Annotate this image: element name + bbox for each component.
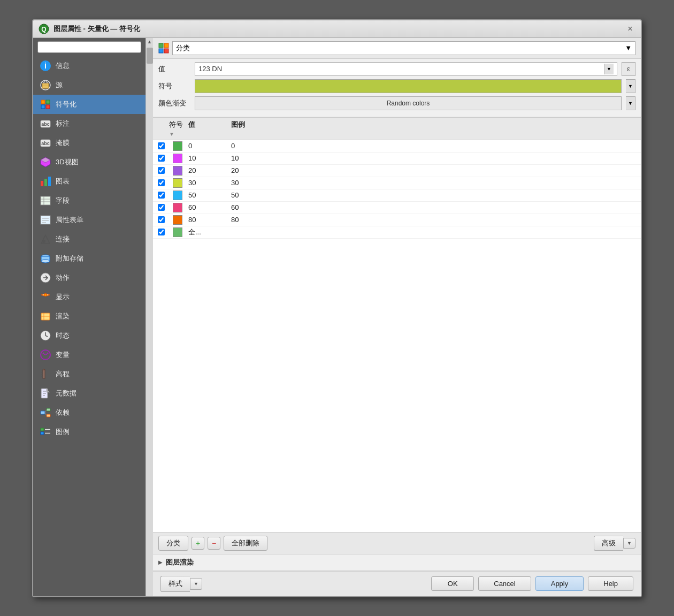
sidebar-item-metadata[interactable]: 元数据: [33, 384, 145, 403]
sidebar-item-labels[interactable]: abc 标注: [33, 114, 145, 133]
add-button[interactable]: +: [192, 537, 204, 550]
row-4-legend: 50: [229, 191, 641, 199]
advanced-button[interactable]: 高级: [594, 536, 623, 551]
row-6-color-swatch[interactable]: [173, 215, 182, 225]
help-button[interactable]: Help: [588, 576, 633, 591]
elevation-icon: [40, 368, 51, 380]
row-5-color[interactable]: [169, 203, 186, 212]
style-button[interactable]: 样式: [160, 576, 190, 592]
svg-rect-24: [41, 216, 50, 224]
labels-icon: abc: [40, 118, 51, 130]
sidebar-item-temporal[interactable]: 时态: [33, 326, 145, 345]
sidebar-item-variables[interactable]: 变量: [33, 345, 145, 364]
sidebar-item-fields[interactable]: 字段: [33, 191, 145, 210]
row-2-color[interactable]: [169, 166, 186, 176]
sidebar-item-dependencies[interactable]: 依赖: [33, 403, 145, 422]
row-7-color[interactable]: [169, 227, 186, 237]
footer-right: OK Cancel Apply Help: [431, 576, 633, 591]
sidebar-item-elevation[interactable]: 高程: [33, 364, 145, 384]
info-icon: i: [40, 60, 51, 72]
sidebar-item-3d-label: 3D视图: [56, 157, 79, 167]
svg-text:abc: abc: [41, 141, 50, 146]
row-3-value: 30: [186, 179, 229, 187]
layer-rendering-section[interactable]: ▶ 图层渲染: [153, 554, 641, 571]
svg-text:Q: Q: [41, 26, 46, 33]
legend-icon: [40, 426, 51, 438]
sidebar-item-joins[interactable]: 连接: [33, 230, 145, 249]
row-3-color[interactable]: [169, 178, 186, 188]
svg-rect-10: [46, 105, 50, 109]
remove-button[interactable]: −: [208, 537, 220, 550]
close-button[interactable]: ×: [625, 24, 635, 34]
scroll-thumb[interactable]: [147, 48, 153, 64]
sidebar-item-metadata-label: 元数据: [56, 389, 76, 398]
row-5-checkbox[interactable]: [153, 204, 169, 211]
row-3-legend: 30: [229, 179, 641, 187]
row-4-color[interactable]: [169, 191, 186, 200]
classification-table: 符号 ▼ 值 图例: [153, 117, 641, 532]
th-value-label: 值: [188, 120, 195, 128]
sidebar-item-display[interactable]: 显示: [33, 287, 145, 307]
row-7-color-swatch[interactable]: [173, 227, 182, 237]
sidebar-item-display-label: 显示: [56, 292, 70, 302]
sidebar-item-temporal-label: 时态: [56, 331, 70, 340]
sidebar-item-source[interactable]: 源: [33, 75, 145, 95]
row-3-color-swatch[interactable]: [173, 178, 182, 188]
delete-all-button[interactable]: 全部删除: [224, 536, 267, 551]
row-0-color-swatch[interactable]: [173, 141, 182, 151]
svg-point-32: [41, 260, 50, 263]
row-1-checkbox[interactable]: [153, 155, 169, 162]
row-6-color[interactable]: [169, 215, 186, 225]
sidebar-item-info[interactable]: i 信息: [33, 56, 145, 75]
row-4-value: 50: [186, 191, 229, 199]
renderer-dropdown[interactable]: 分类 ▼: [172, 41, 635, 55]
row-4-checkbox[interactable]: [153, 192, 169, 199]
row-6-checkbox[interactable]: [153, 216, 169, 223]
value-field-dropdown[interactable]: ▼: [604, 64, 614, 74]
sidebar-item-joins-label: 连接: [56, 234, 70, 244]
row-7-checkbox[interactable]: [153, 229, 169, 235]
row-1-color-swatch[interactable]: [173, 154, 182, 163]
sidebar-item-auxstorage[interactable]: 附加存储: [33, 249, 145, 268]
th-legend-label: 图例: [231, 120, 245, 128]
epsilon-button[interactable]: ε: [622, 62, 635, 76]
svg-marker-45: [43, 369, 45, 370]
svg-rect-19: [48, 177, 51, 186]
sidebar-item-rendering[interactable]: 渲染: [33, 307, 145, 326]
sidebar-item-symbology[interactable]: 符号化: [33, 95, 145, 114]
row-2-color-swatch[interactable]: [173, 166, 182, 176]
row-1-color[interactable]: [169, 154, 186, 163]
colorramp-box[interactable]: Random colors: [195, 96, 622, 110]
advanced-btn-group: 高级 ▼: [594, 536, 635, 551]
row-0-color[interactable]: [169, 141, 186, 151]
sidebar-scrollbar[interactable]: ▲: [145, 38, 153, 596]
apply-button[interactable]: Apply: [535, 576, 584, 591]
symbol-swatch[interactable]: [195, 79, 622, 93]
th-sort-icon[interactable]: ▼: [169, 131, 174, 137]
style-arrow-button[interactable]: ▼: [190, 578, 202, 590]
search-input[interactable]: [37, 41, 141, 53]
colorramp-dropdown[interactable]: ▼: [626, 96, 635, 110]
row-5-color-swatch[interactable]: [173, 203, 182, 212]
renderer-row: 分类 ▼: [153, 38, 641, 59]
sidebar-item-actions[interactable]: 动作: [33, 268, 145, 287]
sidebar-item-charts[interactable]: 图表: [33, 172, 145, 191]
sidebar-item-legend[interactable]: 图例: [33, 422, 145, 442]
row-2-checkbox[interactable]: [153, 167, 169, 174]
cancel-button[interactable]: Cancel: [478, 576, 531, 591]
advanced-arrow-button[interactable]: ▼: [623, 538, 635, 549]
scroll-up-arrow[interactable]: ▲: [146, 38, 154, 45]
row-0-checkbox[interactable]: [153, 142, 169, 149]
symbol-swatch-dropdown[interactable]: ▼: [626, 79, 635, 93]
classify-button[interactable]: 分类: [158, 536, 188, 551]
layer-rendering-label: 图层渲染: [166, 558, 194, 567]
ok-button[interactable]: OK: [431, 576, 474, 591]
sidebar-item-3d[interactable]: 3D视图: [33, 153, 145, 172]
symbol-row: 符号 ▼: [158, 79, 635, 93]
sidebar-item-attrform[interactable]: 属性表单: [33, 210, 145, 230]
row-4-color-swatch[interactable]: [173, 191, 182, 200]
sidebar-item-mask[interactable]: abc 掩膜: [33, 133, 145, 153]
value-row: 值 123 DN ▼ ε: [158, 62, 635, 76]
value-field[interactable]: 123 DN ▼: [195, 62, 617, 76]
row-3-checkbox[interactable]: [153, 179, 169, 186]
